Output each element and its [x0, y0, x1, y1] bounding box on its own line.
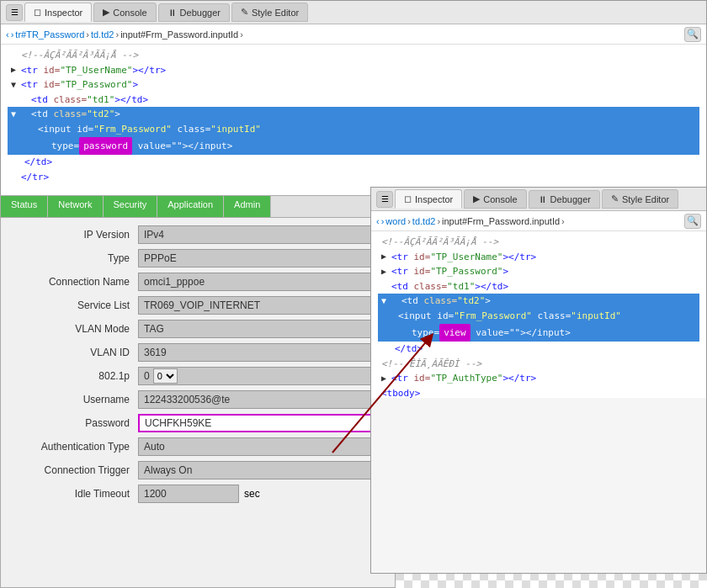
- code-line: <td class= "td1" ></td>: [8, 93, 699, 108]
- code-line-b-input: <input id="Frm_Password" class="inputId": [378, 309, 699, 324]
- bc-input[interactable]: input#Frm_Password.inputId: [120, 29, 238, 40]
- code-line: ▼ <tr id= "TP_Password" >: [8, 77, 699, 93]
- label-conn-trigger: Connection Trigger: [8, 464, 138, 476]
- label-service-list: Service List: [8, 299, 138, 311]
- value-connection-name: omci1_pppoe: [138, 273, 388, 291]
- form-row-vlan-mode: VLAN Mode TAG: [1, 317, 395, 341]
- form-row-username: Username 122433200536@te: [1, 388, 395, 411]
- console-icon-b: ▶: [473, 193, 480, 204]
- form-row-password: Password UCHFKH59KE: [1, 411, 395, 435]
- code-line-b: <!--ÂÇÃ²ÃÃ²Â³ÃÃ¡Å -->: [378, 235, 699, 250]
- breadcrumb-search-btn[interactable]: 🔍: [684, 27, 701, 42]
- style-icon-b: ✎: [611, 193, 619, 204]
- tab-inspector-bottom[interactable]: ◻ Inspector: [395, 189, 462, 209]
- label-username: Username: [8, 394, 138, 405]
- code-line-b: <td class= "td1" ></td>: [378, 279, 699, 294]
- value-service-list: TR069_VOIP_INTERNET: [138, 296, 388, 315]
- code-line-b-selected: ▼ <td class= "td2" >: [378, 294, 699, 309]
- code-line-b: ▶ <tr id= "TP_AuthType" ></tr>: [378, 371, 699, 386]
- code-line: </td>: [8, 155, 699, 170]
- tab-console-bottom[interactable]: ▶ Console: [464, 189, 526, 209]
- idle-timeout-unit: sec: [239, 488, 260, 500]
- bc-search-btn-bottom[interactable]: 🔍: [684, 214, 701, 229]
- form-row-type: Type PPPoE: [1, 246, 395, 270]
- label-idle-timeout: Idle Timeout: [8, 488, 138, 500]
- value-password[interactable]: UCHFKH59KE: [138, 414, 388, 432]
- value-vlan-id: 3619: [138, 343, 388, 362]
- type-value-box-top: password: [79, 137, 132, 156]
- bc-td[interactable]: td.td2: [91, 29, 114, 40]
- select-8021p[interactable]: 012: [153, 368, 178, 384]
- tab-style-editor-top[interactable]: ✎ Style Editor: [231, 3, 308, 22]
- router-tabs: Status Network Security Application Admi…: [1, 196, 395, 218]
- breadcrumb-top: ‹ › tr#TR_Password › td.td2 › input#Frm_…: [1, 24, 706, 45]
- label-auth-type: Authentication Type: [8, 441, 138, 453]
- value-username: 122433200536@te: [138, 390, 388, 409]
- bc-prev[interactable]: ‹: [6, 29, 9, 40]
- form-row-ip-version: IP Version IPv4: [1, 223, 395, 246]
- tab-application[interactable]: Application: [157, 196, 224, 217]
- code-panel-bottom: <!--ÂÇÃ²ÃÃ²Â³ÃÃ¡Å --> ▶ <tr id= "TP_User…: [371, 231, 706, 398]
- tab-style-editor-bottom[interactable]: ✎ Style Editor: [602, 189, 678, 209]
- tab-debugger-top[interactable]: ⏸ Debugger: [158, 3, 230, 22]
- label-vlan-mode: VLAN Mode: [8, 323, 138, 335]
- tab-inspector-top[interactable]: ◻ Inspector: [24, 3, 92, 22]
- debugger-icon: ⏸: [167, 8, 177, 18]
- value-type: PPPoE: [138, 249, 388, 268]
- devtools-bottom-panel: ☰ ◻ Inspector ▶ Console ⏸ Debugger ✎ Sty…: [370, 187, 707, 574]
- bc-tr[interactable]: tr#TR_Password: [15, 29, 84, 40]
- code-line: </tr>: [8, 170, 699, 185]
- tab-admin[interactable]: Admin: [224, 196, 271, 217]
- devtools-top-panel: ☰ ◻ Inspector ▶ Console ⏸ Debugger ✎ Sty…: [0, 0, 707, 210]
- connection-form: IP Version IPv4 Type PPPoE Connection Na…: [1, 218, 395, 511]
- label-type: Type: [8, 252, 138, 264]
- code-line-b: <tbody>: [378, 386, 699, 398]
- label-password: Password: [8, 417, 138, 429]
- tab-network[interactable]: Network: [48, 196, 103, 217]
- debugger-icon-b: ⏸: [538, 194, 547, 204]
- form-row-auth-type: Authentication Type Auto: [1, 435, 395, 458]
- form-row-connection-name: Connection Name omci1_pppoe: [1, 270, 395, 294]
- devtools-bottom-toolbar: ☰ ◻ Inspector ▶ Console ⏸ Debugger ✎ Sty…: [371, 188, 706, 211]
- style-editor-icon: ✎: [241, 7, 248, 18]
- console-icon: ▶: [103, 7, 109, 18]
- code-line-b: <!-- ÊÌÃ¸ÀÃÊÐÌ -->: [378, 357, 699, 372]
- code-line-b: </td>: [378, 342, 699, 357]
- value-8021p: 0 012: [138, 367, 388, 385]
- form-row-vlan-id: VLAN ID 3619: [1, 341, 395, 364]
- devtools-top-toolbar: ☰ ◻ Inspector ▶ Console ⏸ Debugger ✎ Sty…: [1, 1, 706, 24]
- inspector-icon-b: ◻: [404, 193, 412, 204]
- inspector-icon: ◻: [34, 7, 41, 18]
- tab-security[interactable]: Security: [104, 196, 158, 217]
- code-line-b: ▶ <tr id= "TP_Password" >: [378, 264, 699, 279]
- form-row-8021p: 802.1p 0 012: [1, 364, 395, 388]
- tab-debugger-bottom[interactable]: ⏸ Debugger: [529, 190, 600, 209]
- code-line: ▶ <tr id= "TP_UserName" ></tr>: [8, 63, 699, 78]
- code-line-selected: ▼ <td class= "td2" >: [8, 107, 699, 122]
- code-line-b: ▶ <tr id= "TP_UserName" ></tr>: [378, 250, 699, 265]
- code-line: <!--ÂÇÃ²ÃÃ²Â³ÃÃ¡Å -->: [8, 48, 699, 63]
- breadcrumb-bottom: ‹ › word › td.td2 › input#Frm_Password.i…: [371, 211, 706, 231]
- form-row-service-list: Service List TR069_VOIP_INTERNET: [1, 294, 395, 317]
- value-vlan-mode: TAG: [138, 320, 388, 338]
- devtools-menu-btn[interactable]: ☰: [6, 4, 23, 21]
- bc-next[interactable]: ›: [11, 29, 14, 40]
- label-connection-name: Connection Name: [8, 276, 138, 288]
- label-8021p: 802.1p: [8, 370, 138, 382]
- devtools-menu-btn-bottom[interactable]: ☰: [376, 191, 393, 208]
- value-ip-version: IPv4: [138, 225, 388, 244]
- code-panel-top: <!--ÂÇÃ²ÃÃ²Â³ÃÃ¡Å --> ▶ <tr id= "TP_User…: [1, 45, 706, 210]
- router-panel: Status Network Security Application Admi…: [0, 195, 396, 588]
- form-row-idle-timeout: Idle Timeout 1200 sec: [1, 482, 395, 506]
- tab-status[interactable]: Status: [1, 196, 48, 217]
- value-idle-timeout: 1200: [138, 485, 239, 503]
- code-line-b-type: type= view value=""></input>: [378, 324, 699, 342]
- tab-console-top[interactable]: ▶ Console: [93, 3, 156, 22]
- label-vlan-id: VLAN ID: [8, 347, 138, 358]
- type-value-box-bottom: view: [439, 324, 470, 342]
- code-line-input-type: type= password value=""></input>: [8, 137, 699, 156]
- label-ip-version: IP Version: [8, 229, 138, 241]
- code-line-input-selected: <input id="Frm_Password" class="inputId": [8, 122, 699, 137]
- value-conn-trigger: Always On: [138, 461, 388, 479]
- value-auth-type: Auto: [138, 437, 388, 456]
